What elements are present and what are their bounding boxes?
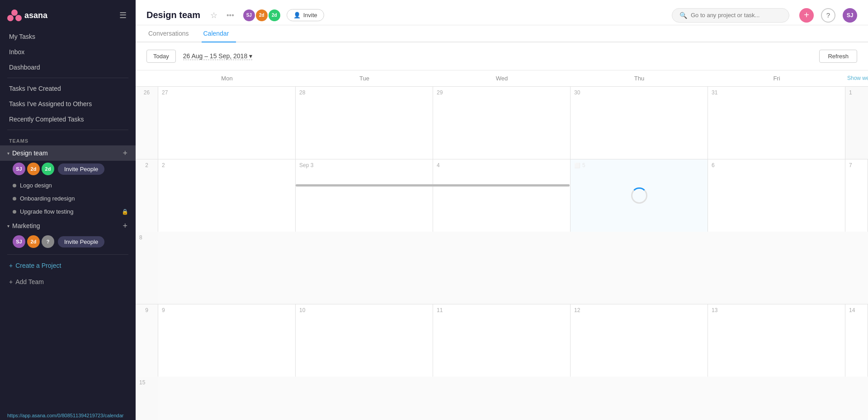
cal-header-week-num bbox=[136, 70, 158, 86]
calendar-header-row: Mon Tue Wed Thu Fri Show weekends bbox=[136, 70, 868, 87]
tab-calendar[interactable]: Calendar bbox=[202, 25, 236, 42]
star-button[interactable]: ☆ bbox=[208, 9, 219, 21]
design-team-invite-button[interactable]: Invite People bbox=[58, 163, 104, 175]
create-project-link[interactable]: + Create a Project bbox=[0, 257, 136, 274]
dashboard-label: Dashboard bbox=[9, 64, 40, 71]
cal-day-aug28: 28 bbox=[296, 87, 433, 159]
day-num-sep10: 10 bbox=[299, 307, 429, 313]
add-team-plus-icon: + bbox=[9, 278, 13, 285]
cal-day-sep11: 11 bbox=[433, 304, 571, 377]
marketing-invite-button[interactable]: Invite People bbox=[58, 236, 104, 247]
day-num-aug31: 31 bbox=[712, 89, 841, 96]
sidebar-item-tasks-assigned[interactable]: Tasks I've Assigned to Others bbox=[0, 96, 136, 112]
lock-icon: 🔒 bbox=[122, 209, 128, 215]
cal-day-sep6: 6 bbox=[708, 159, 845, 232]
design-team-label: Design team bbox=[12, 149, 48, 157]
tasks-assigned-label: Tasks I've Assigned to Others bbox=[9, 100, 92, 107]
sidebar-item-tasks-created[interactable]: Tasks I've Created bbox=[0, 81, 136, 96]
marketing-chevron-icon: ▾ bbox=[7, 224, 9, 229]
topbar-invite-label: Invite bbox=[303, 12, 317, 19]
add-team-label: Add Team bbox=[15, 278, 44, 285]
sidebar-item-dashboard[interactable]: Dashboard bbox=[0, 60, 136, 75]
search-input[interactable] bbox=[691, 12, 782, 19]
refresh-button[interactable]: Refresh bbox=[819, 50, 857, 63]
cal-header-mon: Mon bbox=[158, 70, 296, 86]
day-num-sep1: 1 bbox=[849, 89, 864, 96]
day-num-sep9: 9 bbox=[162, 307, 292, 313]
sidebar-header: asana ☰ bbox=[0, 0, 136, 29]
date-range-chevron-icon: ▾ bbox=[249, 52, 252, 60]
loading-overlay bbox=[571, 159, 708, 232]
marketing-members-row: SJ 2d ? Invite People bbox=[0, 233, 136, 252]
today-button[interactable]: Today bbox=[146, 50, 176, 63]
show-weekends-button[interactable]: Show weekends bbox=[845, 70, 868, 86]
cal-week-row-1: 26 27 28 29 30 31 1 bbox=[136, 87, 868, 159]
day-num-sep12: 12 bbox=[574, 307, 704, 313]
day-num-sep6: 6 bbox=[712, 162, 841, 168]
calendar-toolbar: Today 26 Aug – 15 Sep, 2018 ▾ Refresh bbox=[136, 42, 868, 70]
status-bar: https://app.asana.com/0/808511394219723/… bbox=[0, 411, 136, 420]
onboarding-redesign-dot bbox=[13, 197, 16, 201]
cal-day-sep7: 7 bbox=[845, 159, 868, 232]
topbar: Design team ☆ ••• SJ 2d 2d 👤 Invite 🔍 + … bbox=[136, 0, 868, 25]
cal-week-row-3: 9 9 10 11 12 13 14 bbox=[136, 304, 868, 420]
day-num-sep7: 7 bbox=[849, 162, 864, 168]
create-project-label: Create a Project bbox=[15, 262, 61, 269]
day-num-sep15: 15 bbox=[139, 379, 155, 386]
status-bar-url[interactable]: https://app.asana.com/0/808511394219723/… bbox=[7, 413, 123, 418]
cal-day-sep10: 10 bbox=[296, 304, 433, 377]
sidebar-item-my-tasks[interactable]: My Tasks bbox=[0, 29, 136, 44]
cal-day-sep2: 2 bbox=[158, 159, 296, 232]
cal-day-sep8-partial: 8 bbox=[136, 232, 158, 304]
sidebar-item-recently-completed[interactable]: Recently Completed Tasks bbox=[0, 112, 136, 127]
page-title: Design team bbox=[146, 10, 200, 20]
user-avatar[interactable]: SJ bbox=[843, 8, 857, 23]
sidebar-project-onboarding-redesign[interactable]: Onboarding redesign bbox=[0, 192, 136, 205]
marketing-add-button[interactable]: + bbox=[122, 222, 128, 230]
date-range-button[interactable]: 26 Aug – 15 Sep, 2018 ▾ bbox=[183, 52, 252, 60]
week-num-1: 26 bbox=[136, 87, 158, 159]
date-range-text: 26 Aug – 15 Sep, 2018 bbox=[183, 52, 247, 60]
main-content: Design team ☆ ••• SJ 2d 2d 👤 Invite 🔍 + … bbox=[136, 0, 868, 420]
design-team-members-row: SJ 2d 2d Invite People bbox=[0, 161, 136, 179]
upgrade-flow-dot bbox=[13, 210, 16, 214]
day-num-aug30: 30 bbox=[574, 89, 704, 96]
tab-conversations[interactable]: Conversations bbox=[146, 25, 196, 42]
sidebar-team-design-team[interactable]: ▾ Design team + bbox=[0, 145, 136, 161]
avatar-sj-design: SJ bbox=[13, 163, 25, 175]
add-team-link[interactable]: + Add Team bbox=[0, 274, 136, 290]
help-button[interactable]: ? bbox=[821, 8, 835, 23]
calendar-grid: Mon Tue Wed Thu Fri Show weekends 26 27 … bbox=[136, 70, 868, 420]
topbar-team-avatars: SJ 2d 2d bbox=[243, 9, 280, 21]
cal-day-sep12: 12 bbox=[571, 304, 708, 377]
sidebar-team-marketing[interactable]: ▾ Marketing + bbox=[0, 218, 136, 233]
cal-header-fri: Fri bbox=[708, 70, 845, 86]
topbar-avatar-2d-2: 2d bbox=[269, 9, 280, 21]
day-num-aug27: 27 bbox=[162, 89, 292, 96]
sidebar-collapse-button[interactable]: ☰ bbox=[118, 9, 128, 22]
svg-point-2 bbox=[15, 15, 22, 21]
cal-day-aug31: 31 bbox=[708, 87, 845, 159]
svg-point-1 bbox=[7, 15, 14, 21]
sidebar-project-upgrade-flow-testing[interactable]: Upgrade flow testing 🔒 bbox=[0, 205, 136, 218]
cal-day-sep13: 13 bbox=[708, 304, 845, 377]
day-num-sep4: 4 bbox=[437, 162, 566, 168]
inbox-label: Inbox bbox=[9, 48, 24, 56]
design-team-add-button[interactable]: + bbox=[122, 149, 128, 157]
avatar-2d-marketing: 2d bbox=[27, 235, 40, 248]
topbar-invite-button[interactable]: 👤 Invite bbox=[287, 9, 324, 21]
week-task-bar bbox=[296, 184, 570, 187]
day-num-sep3: Sep 3 bbox=[299, 162, 429, 168]
more-options-button[interactable]: ••• bbox=[224, 10, 237, 20]
add-button[interactable]: + bbox=[799, 8, 814, 23]
sidebar-item-inbox[interactable]: Inbox bbox=[0, 44, 136, 60]
day-num-sep13: 13 bbox=[712, 307, 841, 313]
tasks-created-label: Tasks I've Created bbox=[9, 85, 61, 92]
svg-point-0 bbox=[11, 9, 18, 16]
my-tasks-label: My Tasks bbox=[9, 33, 35, 40]
asana-logo-text: asana bbox=[24, 11, 47, 20]
sidebar-project-logo-design[interactable]: Logo design bbox=[0, 179, 136, 192]
teams-section-label: Teams bbox=[0, 133, 136, 145]
avatar-unknown-marketing: ? bbox=[42, 235, 54, 248]
avatar-sj-marketing: SJ bbox=[13, 235, 25, 248]
